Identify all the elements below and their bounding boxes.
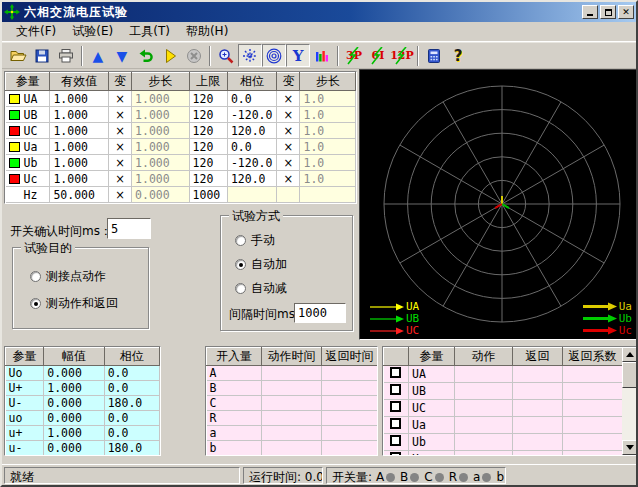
window-title: 六相交流电压试验	[24, 4, 580, 21]
zoom-button[interactable]	[214, 44, 238, 67]
switch-dot-icon	[459, 473, 468, 482]
restore-button[interactable]	[600, 5, 616, 19]
client-area: 参量 有效值 变 步长 上限 相位 变 步长 UA 1.000 × 1.000 …	[2, 69, 636, 464]
list-item: UA	[384, 366, 623, 383]
checkbox[interactable]	[390, 367, 401, 378]
minimize-button[interactable]	[582, 5, 598, 19]
legend-item: UA	[370, 301, 419, 312]
radio-action-return[interactable]: 测动作和返回	[30, 295, 118, 312]
arrow-icon	[370, 303, 404, 311]
interval-input[interactable]	[294, 303, 346, 323]
list-item: uo0.0000.0	[6, 411, 160, 426]
print-button[interactable]	[54, 44, 78, 67]
table-row-ub[interactable]: UB 1.000 × 1.000 120 -120.0 × 1.0	[6, 107, 356, 123]
checkbox[interactable]	[390, 435, 401, 446]
radio-icon[interactable]	[30, 271, 41, 282]
list-item: UB	[384, 383, 623, 400]
switch-dot-icon	[482, 473, 491, 482]
table-row-ua2[interactable]: Ua 1.000 × 1.000 120 0.0 × 1.0	[6, 139, 356, 155]
checkbox[interactable]	[390, 418, 401, 429]
calculator-button[interactable]	[422, 44, 446, 67]
radio-icon[interactable]	[235, 283, 246, 294]
lightning-icon	[394, 47, 410, 65]
table-row-ua[interactable]: UA 1.000 × 1.000 120 0.0 × 1.0	[6, 91, 356, 107]
list-item: a	[207, 426, 378, 441]
scroll-thumb[interactable]	[622, 362, 638, 388]
lightning-icon	[346, 47, 362, 65]
checkbox[interactable]	[390, 452, 401, 455]
raise-button[interactable]: ▲	[86, 44, 110, 67]
menu-test[interactable]: 试验(E)	[64, 21, 121, 42]
start-button[interactable]	[158, 44, 182, 67]
toolbar-separator	[417, 46, 419, 66]
table-row-ub2[interactable]: Ub 1.000 × 1.000 120 -120.0 × 1.0	[6, 155, 356, 171]
table-row-uc2[interactable]: Uc 1.000 × 1.000 120 120.0 × 1.0	[6, 171, 356, 187]
question-mark-icon: ?	[454, 47, 463, 65]
radio-icon[interactable]	[235, 235, 246, 246]
up-triangle-icon: ▲	[93, 49, 104, 63]
stop-button	[182, 44, 206, 67]
switch-dot-icon	[410, 473, 419, 482]
lower-button[interactable]: ▼	[110, 44, 134, 67]
radio-auto-decrease[interactable]: 自动减	[235, 280, 287, 297]
mode-6i-button[interactable]: 6I	[366, 44, 390, 67]
sequence-table-panel: 参量 幅值 相位 Uo0.0000.0 U+1.0000.0 U-0.00018…	[4, 346, 161, 456]
list-item: c	[207, 456, 378, 457]
switch-confirm-input[interactable]	[107, 218, 151, 239]
color-swatch	[9, 158, 20, 168]
status-switches: 开关量: ABCRabc	[326, 467, 506, 484]
table-row-uc[interactable]: UC 1.000 × 1.000 120 120.0 × 1.0	[6, 123, 356, 139]
radio-auto-increase[interactable]: 自动加	[235, 256, 287, 273]
polar-grid	[360, 70, 638, 339]
parameter-table-panel: 参量 有效值 变 步长 上限 相位 变 步长 UA 1.000 × 1.000 …	[4, 71, 357, 204]
phasor-chart: UA UB UC Ua Ub	[359, 69, 638, 340]
save-button[interactable]	[30, 44, 54, 67]
radio-contact-action[interactable]: 测接点动作	[30, 268, 106, 285]
list-item: U+1.0000.0	[6, 381, 160, 396]
mode-12p-button[interactable]: 12P	[390, 44, 414, 67]
down-arrow-icon	[626, 445, 634, 454]
checkbox[interactable]	[390, 401, 401, 412]
vertical-scrollbar[interactable]	[622, 347, 638, 455]
list-item: A	[207, 366, 378, 381]
radio-icon[interactable]	[30, 298, 41, 309]
color-swatch	[9, 174, 20, 184]
legend-item: Ub	[583, 313, 632, 324]
parameter-table: 参量 有效值 变 步长 上限 相位 变 步长 UA 1.000 × 1.000 …	[5, 72, 356, 203]
mode-3p-button[interactable]: 3P	[342, 44, 366, 67]
legend-item: UC	[370, 325, 419, 336]
harmonics-button[interactable]	[310, 44, 334, 67]
menu-help[interactable]: 帮助(H)	[178, 21, 236, 42]
switch-quantity-label: 开关量:	[332, 470, 372, 484]
y-icon: Y	[293, 47, 304, 65]
input-table: 开入量 动作时间 返回时间 A B C R a b c	[206, 347, 378, 456]
vector-view-button[interactable]	[238, 44, 262, 67]
arrow-icon	[583, 314, 617, 323]
open-button[interactable]	[6, 44, 30, 67]
help-button[interactable]: ?	[446, 44, 470, 67]
title-bar[interactable]: 六相交流电压试验 ✕	[2, 2, 636, 22]
toolbar-separator	[337, 46, 339, 66]
switch-indicator-a2: a	[473, 470, 480, 484]
close-button[interactable]: ✕	[618, 5, 634, 19]
radio-manual[interactable]: 手动	[235, 232, 275, 249]
switch-indicator-a: A	[376, 470, 384, 484]
table-row-hz[interactable]: Hz 50.000 × 0.000 1000	[6, 187, 356, 203]
radio-icon[interactable]	[235, 259, 246, 270]
switch-dot-icon	[386, 473, 395, 482]
menu-file[interactable]: 文件(F)	[8, 21, 64, 42]
reset-button[interactable]	[134, 44, 158, 67]
vector-star-icon	[242, 48, 258, 64]
polar-view-button[interactable]	[262, 44, 286, 67]
arrow-icon	[583, 326, 617, 335]
list-item: Ua	[384, 417, 623, 434]
scroll-up-button[interactable]	[622, 347, 638, 362]
scroll-down-button[interactable]	[622, 440, 638, 455]
purpose-group-title: 试验目的	[21, 240, 75, 257]
list-item: Ub	[384, 434, 623, 451]
menu-tools[interactable]: 工具(T)	[121, 21, 178, 42]
input-table-panel: 开入量 动作时间 返回时间 A B C R a b c	[205, 346, 378, 456]
y-connection-button[interactable]: Y	[286, 44, 310, 67]
checkbox[interactable]	[390, 384, 401, 395]
list-item: b	[207, 441, 378, 456]
